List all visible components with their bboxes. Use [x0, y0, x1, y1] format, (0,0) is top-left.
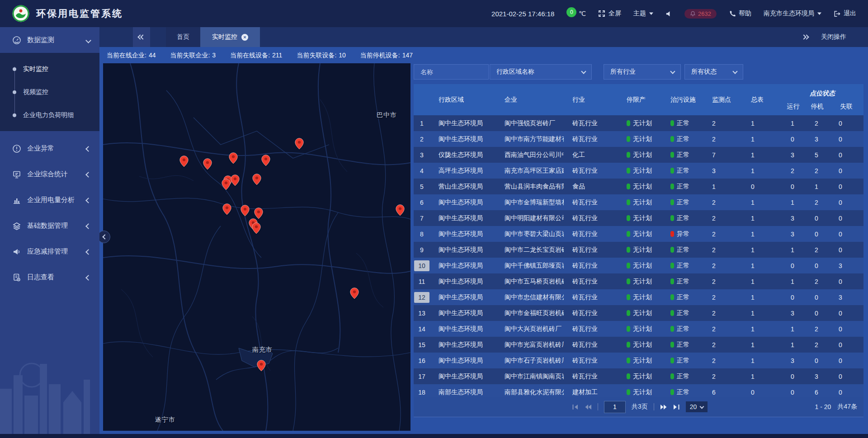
cell-meters: 1 [741, 199, 781, 206]
logout-button[interactable]: 退出 [834, 9, 856, 18]
first-page-button[interactable] [572, 404, 579, 410]
sidebar-item-emergency-reduction[interactable]: 应急减排管理 [0, 239, 99, 264]
status-filter-select[interactable]: 所有状态 [684, 64, 743, 80]
table-row[interactable]: 2 阆中生态环境局 阆中市南方节能建材有 砖瓦行业 无计划 正常 2 1 0 3… [414, 131, 863, 147]
tab-home[interactable]: 首页 [166, 27, 200, 47]
map-canvas[interactable]: 巴中市 南充市 遂宁市 [103, 63, 410, 431]
cell-meters: 1 [741, 151, 781, 159]
map-pin-icon[interactable] [231, 174, 240, 186]
tab-scroll-left-button[interactable] [133, 27, 150, 47]
tab-scroll-right-button[interactable] [802, 35, 808, 39]
map-pin-icon[interactable] [257, 360, 266, 372]
map-pin-icon[interactable] [241, 205, 250, 217]
page-number-input[interactable]: 1 [604, 401, 626, 413]
status-dot-icon [627, 168, 630, 174]
cell-facility-status: 正常 [661, 278, 703, 286]
user-dropdown[interactable]: 南充市生态环境局 [764, 9, 821, 18]
map-pin-icon[interactable] [252, 222, 261, 234]
table-row[interactable]: 18 南部生态环境局 南部县雅化水泥有限公 建材加工 无计划 正常 6 0 0 … [414, 384, 863, 397]
table-row[interactable]: 14 阆中生态环境局 阆中大兴页岩机砖厂 砖瓦行业 无计划 正常 2 1 1 2… [414, 321, 863, 337]
sidebar-item-power-load-detail[interactable]: 企业电力负荷明细 [0, 104, 99, 127]
table-row[interactable]: 9 阆中生态环境局 阆中市二龙长宝页岩砖 砖瓦行业 无计划 正常 2 1 1 2… [414, 242, 863, 258]
table-row[interactable]: 3 仪陇生态环境局 西南油气田分公司川中 化工 无计划 正常 7 1 3 5 0 [414, 147, 863, 163]
submenu-item-label: 企业电力负荷明细 [23, 111, 74, 119]
last-page-button[interactable] [673, 404, 680, 410]
table-row[interactable]: 12 阆中生态环境局 阆中市忠信建材有限公 砖瓦行业 无计划 正常 2 1 0 … [414, 289, 863, 305]
cell-meters: 1 [741, 373, 781, 380]
cell-industry: 砖瓦行业 [564, 372, 617, 381]
table-row[interactable]: 1 阆中生态环境局 阆中强锐页岩砖厂 砖瓦行业 无计划 正常 2 1 1 2 0 [414, 115, 863, 131]
tab-close-icon[interactable]: × [241, 34, 248, 41]
map-pin-icon[interactable] [252, 174, 261, 185]
map-pin-icon[interactable] [179, 155, 189, 167]
tab-operations: 关闭操作 [802, 33, 868, 41]
map-pin-icon[interactable] [222, 203, 231, 215]
table-row[interactable]: 4 高坪生态环境局 南充市高坪区王家店建 砖瓦行业 无计划 正常 3 1 2 2… [414, 163, 863, 179]
sidebar-item-video-monitoring[interactable]: 视频监控 [0, 80, 99, 104]
cell-company: 阆中市光富页岩机砖厂 [496, 341, 564, 349]
map-pin-icon[interactable] [254, 207, 263, 219]
table-row[interactable]: 15 阆中生态环境局 阆中市光富页岩机砖厂 砖瓦行业 无计划 正常 2 1 1 … [414, 337, 863, 353]
tab-realtime-monitoring[interactable]: 实时监控 × [200, 27, 260, 47]
table-row[interactable]: 7 阆中生态环境局 阆中明阳建材有限公司 砖瓦行业 无计划 正常 2 1 3 0… [414, 210, 863, 226]
map-pin-icon[interactable] [295, 138, 304, 150]
help-button[interactable]: 帮助 [729, 9, 751, 18]
table-row[interactable]: 8 阆中生态环境局 阆中市枣碧大梁山页岩 砖瓦行业 无计划 异常 2 1 3 0… [414, 226, 863, 242]
cell-industry: 砖瓦行业 [564, 325, 617, 333]
cell-company: 阆中市二龙长宝页岩砖 [496, 246, 564, 254]
cell-industry: 砖瓦行业 [564, 214, 617, 222]
cell-industry: 砖瓦行业 [564, 341, 617, 349]
status-dot-icon [670, 231, 674, 237]
page-size-select[interactable]: 20 [686, 401, 708, 412]
header-actions: 2021-02-25 17:46:18 0 ℃ 全屏 主题 2632 [491, 9, 868, 19]
bar-chart-icon [12, 196, 21, 205]
sidebar-item-realtime-monitoring[interactable]: 实时监控 [0, 57, 99, 80]
cell-facility-status: 正常 [661, 167, 703, 175]
table-row[interactable]: 11 阆中生态环境局 阆中市五马桥页岩机砖 砖瓦行业 无计划 正常 2 1 1 … [414, 273, 863, 289]
sidebar-item-log-view[interactable]: 日志查看 [0, 264, 99, 290]
sidebar-item-enterprise-statistics[interactable]: 企业综合统计 [0, 161, 99, 187]
notifications-badge[interactable]: 2632 [684, 9, 717, 19]
cell-facility-status: 正常 [661, 214, 703, 222]
industry-filter-select[interactable]: 所有行业 [604, 64, 681, 80]
sidebar-item-data-monitoring[interactable]: 数据监测 [0, 27, 99, 53]
cell-lost: 0 [829, 120, 863, 127]
fullscreen-button[interactable]: 全屏 [598, 9, 621, 18]
prev-page-button[interactable] [585, 404, 592, 410]
table-row[interactable]: 10 阆中生态环境局 阆中千佛镇五郎垭页岩 砖瓦行业 无计划 正常 2 1 0 … [414, 258, 863, 273]
double-chevron-left-icon [138, 35, 145, 39]
status-dot-icon [670, 294, 674, 300]
separator [598, 403, 598, 410]
table-row[interactable]: 5 营山生态环境局 营山县润丰肉食品有限 食品 无计划 正常 1 0 0 1 0 [414, 179, 863, 194]
map-pin-icon[interactable] [203, 158, 212, 170]
map-pin-icon[interactable] [396, 204, 405, 216]
stat-offline-companies: 当前失联企业:3 [170, 52, 216, 60]
sidebar-item-power-analysis[interactable]: 企业用电量分析 [0, 187, 99, 213]
name-filter-field[interactable] [414, 64, 489, 80]
table-row[interactable]: 16 阆中生态环境局 阆中市石子页岩机砖厂 砖瓦行业 无计划 正常 2 1 3 … [414, 353, 863, 368]
name-filter-input[interactable] [414, 68, 488, 75]
cell-stopped: 6 [805, 389, 829, 396]
table-row[interactable]: 6 阆中生态环境局 阆中市金博瑞新型墙材 砖瓦行业 无计划 正常 2 1 1 2… [414, 194, 863, 210]
close-operations-dropdown[interactable]: 关闭操作 [821, 33, 846, 41]
sidebar-item-enterprise-anomaly[interactable]: 企业异常 [0, 136, 99, 161]
cell-lost: 0 [829, 389, 863, 396]
region-filter-select[interactable]: 行政区域名称 [490, 64, 592, 80]
map-pin-icon[interactable] [350, 287, 359, 299]
cell-region: 阆中生态环境局 [430, 230, 496, 238]
sidebar-collapse-button[interactable] [98, 231, 110, 243]
cell-run: 3 [781, 151, 805, 159]
theme-dropdown[interactable]: 主题 [633, 9, 653, 18]
map-pin-icon[interactable] [229, 152, 238, 164]
table-row[interactable]: 13 阆中生态环境局 阆中市金福旺页岩机砖 砖瓦行业 无计划 正常 2 1 3 … [414, 305, 863, 321]
map-pin-icon[interactable] [261, 155, 270, 166]
row-index: 5 [416, 181, 428, 192]
sidebar-item-base-data[interactable]: 基础数据管理 [0, 213, 99, 239]
mute-button[interactable] [665, 10, 672, 17]
cell-limit-status: 无计划 [617, 151, 661, 159]
next-page-button[interactable] [660, 404, 667, 410]
map-pin-icon[interactable] [222, 179, 231, 190]
cell-stopped: 0 [805, 310, 829, 317]
cell-stopped: 5 [805, 151, 829, 159]
table-row[interactable]: 17 阆中生态环境局 阆中市江南镇阆南页岩 砖瓦行业 无计划 正常 2 1 0 … [414, 368, 863, 384]
